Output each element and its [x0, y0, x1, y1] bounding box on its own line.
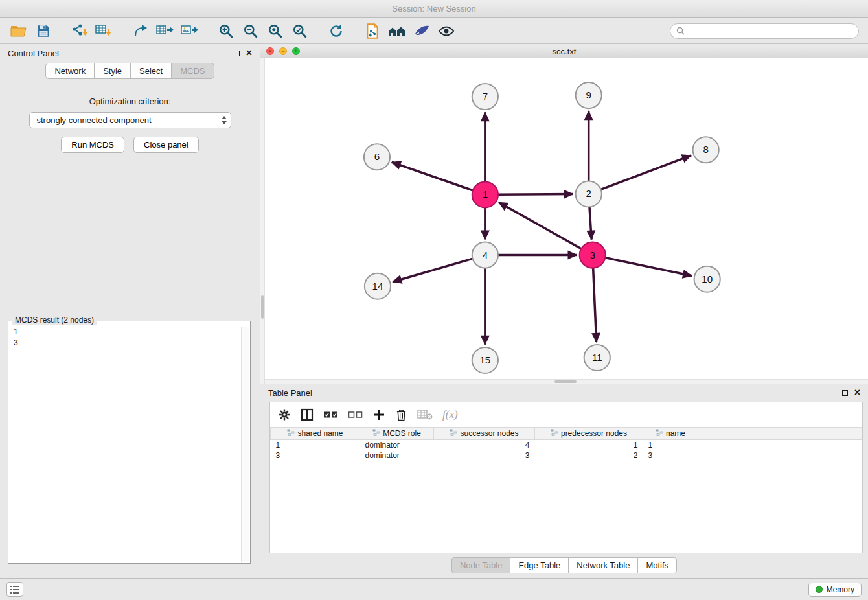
tab-style[interactable]: Style	[94, 63, 131, 79]
export-image-button[interactable]	[177, 21, 202, 41]
apply-style-button[interactable]	[409, 21, 434, 41]
memory-button[interactable]: Memory	[808, 583, 862, 597]
export-table-button[interactable]	[153, 21, 177, 41]
cell-successor-nodes[interactable]: 3	[434, 450, 535, 461]
cell-mcds-role[interactable]: dominator	[360, 450, 434, 461]
delete-table-icon	[417, 409, 433, 421]
table-panel-header: Table Panel ×	[260, 384, 868, 401]
graph-edge-2-3[interactable]	[589, 205, 591, 239]
canvas-horizontal-scrollbar[interactable]	[265, 379, 868, 384]
graph-edge-1-2[interactable]	[497, 194, 573, 195]
deselect-all-rows-button[interactable]	[348, 410, 363, 420]
close-panel-button[interactable]: Close panel	[133, 137, 199, 153]
minimize-window-button[interactable]: −	[279, 47, 287, 55]
graph-node-15[interactable]: 15	[472, 347, 498, 373]
graph-node-14[interactable]: 14	[365, 273, 391, 299]
import-network-button[interactable]	[67, 21, 92, 41]
cell-predecessor-nodes[interactable]: 1	[535, 440, 643, 451]
zoom-fit-button[interactable]	[263, 21, 288, 41]
network-window-title: scc.txt	[260, 47, 868, 56]
tab-network-table[interactable]: Network Table	[568, 557, 638, 573]
window-title: Session: New Session	[392, 4, 475, 14]
save-session-button[interactable]	[31, 21, 56, 41]
canvas-vertical-scrollbar[interactable]	[260, 58, 265, 384]
function-builder-button[interactable]: f(x)	[442, 408, 458, 421]
zoom-window-button[interactable]: +	[292, 47, 300, 55]
vertical-scroll-handle[interactable]	[261, 295, 264, 319]
graph-node-3[interactable]: 3	[580, 242, 606, 268]
graph-node-11[interactable]: 11	[584, 345, 610, 371]
mcds-result-title: MCDS result (2 nodes)	[12, 316, 97, 325]
table-row[interactable]: 1dominator411	[271, 440, 862, 451]
tab-node-table[interactable]: Node Table	[451, 557, 511, 573]
delete-column-button[interactable]	[395, 408, 407, 422]
column-header-name[interactable]: name	[643, 428, 698, 440]
tab-edge-table[interactable]: Edge Table	[510, 557, 569, 573]
ui-settings-button[interactable]	[6, 582, 23, 597]
svg-text:14: 14	[372, 281, 383, 292]
cell-name[interactable]: 3	[643, 450, 698, 461]
graph-edge-1-6[interactable]	[392, 162, 474, 190]
cell-mcds-role[interactable]: dominator	[360, 440, 434, 451]
show-columns-button[interactable]	[301, 408, 314, 421]
column-header-predecessor-nodes[interactable]: predecessor nodes	[535, 428, 643, 440]
zoom-in-button[interactable]	[214, 21, 238, 41]
reset-layout-button[interactable]	[385, 21, 409, 41]
mcds-result-box: MCDS result (2 nodes) 1 3	[8, 321, 251, 564]
graph-edge-3-10[interactable]	[604, 257, 692, 275]
graph-node-9[interactable]: 9	[576, 82, 602, 108]
tab-motifs[interactable]: Motifs	[637, 557, 677, 573]
select-all-rows-button[interactable]	[323, 410, 338, 420]
graph-edge-4-14[interactable]	[393, 259, 474, 282]
graph-node-7[interactable]: 7	[472, 84, 498, 110]
zoom-fit-icon	[268, 24, 282, 38]
graph-edge-2-8[interactable]	[600, 156, 691, 190]
network-graph: 7968124314101511	[260, 58, 868, 384]
cell-successor-nodes[interactable]: 4	[434, 440, 535, 451]
graph-node-2[interactable]: 2	[576, 181, 602, 207]
import-table-button[interactable]	[92, 21, 117, 41]
table-settings-button[interactable]	[278, 408, 291, 421]
refresh-button[interactable]	[324, 21, 348, 41]
optimization-dropdown[interactable]: strongly connected component	[29, 112, 231, 128]
cell-predecessor-nodes[interactable]: 2	[535, 450, 643, 461]
table-row[interactable]: 3dominator323	[271, 450, 862, 461]
result-scrollbar[interactable]	[241, 327, 249, 562]
tab-network[interactable]: Network	[45, 63, 95, 79]
delete-table-button[interactable]	[417, 409, 433, 421]
horizontal-scroll-handle[interactable]	[554, 380, 577, 383]
network-window-titlebar[interactable]: × − + scc.txt	[260, 45, 868, 58]
run-mcds-button[interactable]: Run MCDS	[61, 137, 124, 153]
close-table-panel-icon[interactable]: ×	[854, 389, 860, 397]
create-column-button[interactable]	[372, 408, 385, 421]
main-area: Control Panel × NetworkStyleSelectMCDS O…	[0, 45, 868, 578]
show-hide-graphics-button[interactable]	[434, 21, 459, 41]
tab-mcds[interactable]: MCDS	[171, 63, 214, 79]
cell-shared-name[interactable]: 3	[271, 450, 360, 461]
column-attribute-icon	[450, 429, 457, 436]
float-panel-icon[interactable]	[234, 51, 240, 56]
graph-node-8[interactable]: 8	[693, 137, 719, 163]
close-window-button[interactable]: ×	[266, 47, 274, 55]
zoom-out-button[interactable]	[238, 21, 263, 41]
cell-shared-name[interactable]: 1	[271, 440, 360, 451]
search-input[interactable]	[689, 27, 852, 36]
column-header-successor-nodes[interactable]: successor nodes	[434, 428, 535, 440]
column-header-mcds-role[interactable]: MCDS role	[360, 428, 434, 440]
graph-node-10[interactable]: 10	[694, 266, 720, 292]
cell-name[interactable]: 1	[643, 440, 698, 451]
export-network-button[interactable]	[128, 21, 153, 41]
graph-node-1[interactable]: 1	[472, 181, 498, 207]
copy-style-button[interactable]	[360, 21, 385, 41]
column-header-shared-name[interactable]: shared name	[271, 428, 360, 440]
zoom-selected-button[interactable]	[288, 21, 312, 41]
graph-edge-3-11[interactable]	[593, 267, 597, 342]
graph-node-4[interactable]: 4	[472, 242, 498, 268]
network-canvas[interactable]: 7968124314101511	[260, 58, 868, 384]
tab-select[interactable]: Select	[130, 63, 172, 79]
open-session-button[interactable]	[6, 21, 31, 41]
close-panel-icon[interactable]: ×	[246, 49, 252, 57]
float-table-panel-icon[interactable]	[842, 390, 848, 396]
graph-node-6[interactable]: 6	[364, 144, 390, 170]
graph-edge-3-1[interactable]	[499, 202, 582, 249]
